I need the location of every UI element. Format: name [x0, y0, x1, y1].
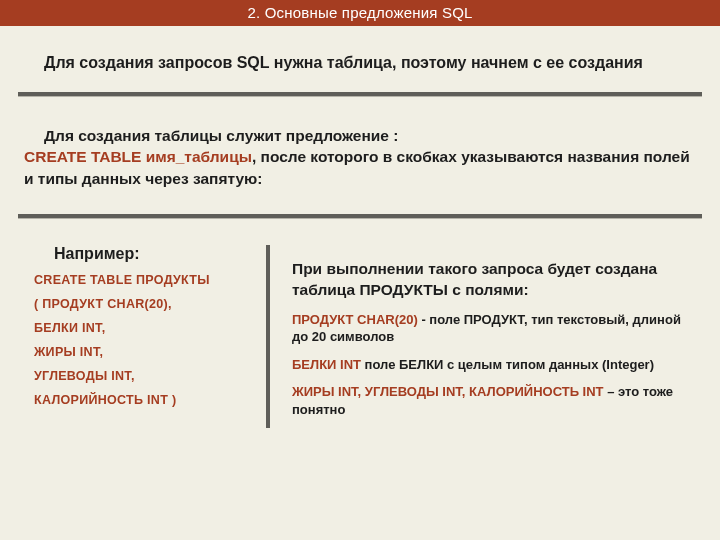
sql-line-0: CREATE TABLE ПРОДУКТЫ	[34, 273, 244, 287]
slide-title: 2. Основные предложения SQL	[247, 4, 472, 21]
field-txt-1: поле БЕЛКИ с целым типом данных (Integer…	[365, 357, 654, 372]
example-column: Например: CREATE TABLE ПРОДУКТЫ ( ПРОДУК…	[34, 245, 244, 429]
divider-2-wrap	[0, 214, 720, 219]
intro-text-content: Для создания запросов SQL нужна таблица,…	[44, 54, 643, 71]
field-sep-0: -	[418, 312, 430, 327]
para2-lead: Для создания таблицы служит предложение …	[44, 127, 398, 144]
columns: Например: CREATE TABLE ПРОДУКТЫ ( ПРОДУК…	[0, 245, 720, 429]
field-kw-2: ЖИРЫ INT, УГЛЕВОДЫ INT, КАЛОРИЙНОСТЬ INT	[292, 384, 604, 399]
field-kw-0: ПРОДУКТ CHAR(20)	[292, 312, 418, 327]
sql-line-4: УГЛЕВОДЫ INT,	[34, 369, 244, 383]
right-intro: При выполнении такого запроса будет созд…	[292, 259, 696, 301]
intro-block: Для создания запросов SQL нужна таблица,…	[0, 26, 720, 92]
field-desc-0: ПРОДУКТ CHAR(20) - поле ПРОДУКТ, тип тек…	[292, 311, 696, 346]
explanation-column: При выполнении такого запроса будет созд…	[292, 245, 696, 429]
field-kw-1: БЕЛКИ INT	[292, 357, 361, 372]
sql-line-2: БЕЛКИ INT,	[34, 321, 244, 335]
example-title: Например:	[54, 245, 244, 263]
column-separator	[266, 245, 270, 429]
field-sep-2: –	[604, 384, 618, 399]
para2: Для создания таблицы служит предложение …	[24, 125, 696, 190]
sql-line-1: ( ПРОДУКТ CHAR(20),	[34, 297, 244, 311]
sql-line-5: КАЛОРИЙНОСТЬ INT )	[34, 393, 244, 407]
slide-header: 2. Основные предложения SQL	[0, 0, 720, 26]
para2-cmd: CREATE TABLE имя_таблицы	[24, 148, 252, 165]
field-desc-1: БЕЛКИ INT поле БЕЛКИ с целым типом данны…	[292, 356, 696, 374]
para2-block: Для создания таблицы служит предложение …	[0, 97, 720, 214]
intro-text: Для создания запросов SQL нужна таблица,…	[24, 52, 696, 74]
sql-line-3: ЖИРЫ INT,	[34, 345, 244, 359]
divider-2	[18, 214, 702, 219]
field-desc-2: ЖИРЫ INT, УГЛЕВОДЫ INT, КАЛОРИЙНОСТЬ INT…	[292, 383, 696, 418]
